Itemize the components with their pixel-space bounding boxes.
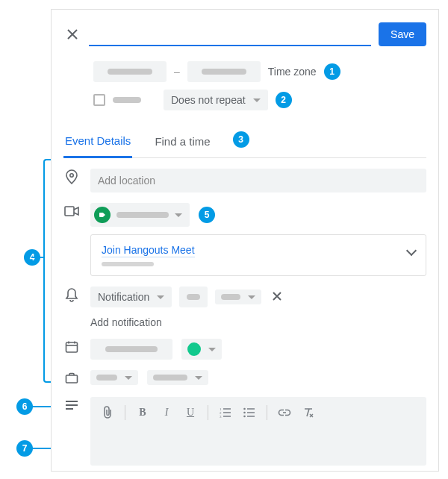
- italic-button[interactable]: I: [157, 403, 176, 422]
- allday-repeat-row: Does not repeat 2: [63, 90, 426, 110]
- conferencing-dropdown[interactable]: [90, 203, 190, 227]
- location-icon: [63, 169, 80, 185]
- toolbar-separator: [267, 405, 267, 420]
- date-row: – Time zone 1: [63, 61, 426, 82]
- chevron-down-icon: [253, 98, 261, 102]
- svg-point-8: [243, 412, 246, 414]
- calendar-icon: [63, 339, 80, 355]
- chevron-down-icon: [175, 213, 182, 217]
- notification-value-field[interactable]: [179, 287, 208, 307]
- end-date-field[interactable]: [187, 61, 261, 82]
- svg-point-0: [70, 174, 73, 177]
- tab-event-details[interactable]: Event Details: [63, 127, 132, 158]
- repeat-dropdown-label: Does not repeat: [171, 94, 246, 106]
- clear-formatting-button[interactable]: [299, 403, 318, 422]
- svg-rect-3: [66, 375, 78, 383]
- chevron-down-icon: [157, 295, 164, 299]
- event-title-input[interactable]: [89, 22, 371, 46]
- toolbar-separator: [125, 405, 125, 420]
- video-icon: [63, 203, 80, 219]
- description-toolbar: B I U 123: [90, 397, 426, 428]
- color-dropdown[interactable]: [181, 339, 222, 360]
- start-date-field[interactable]: [93, 61, 167, 82]
- chevron-down-icon: [195, 376, 202, 380]
- numbered-list-button[interactable]: 123: [216, 403, 235, 422]
- svg-rect-2: [66, 342, 78, 352]
- close-button[interactable]: [63, 25, 81, 43]
- description-icon: [63, 397, 80, 413]
- briefcase-icon: [63, 370, 80, 386]
- timezone-label[interactable]: Time zone: [268, 66, 317, 78]
- underline-button[interactable]: U: [181, 403, 200, 422]
- chevron-down-icon: [406, 245, 417, 256]
- bell-icon: [63, 287, 80, 303]
- insert-link-button[interactable]: [275, 403, 294, 422]
- add-notification-button[interactable]: Add notification: [90, 316, 426, 328]
- join-conference-link[interactable]: Join Hangouts Meet: [102, 244, 195, 257]
- event-edit-panel: Save – Time zone 1 Does not repeat 2 Eve…: [51, 9, 439, 472]
- location-input[interactable]: [90, 169, 426, 192]
- allday-label-placeholder: [113, 97, 141, 103]
- visibility-dropdown[interactable]: [147, 370, 208, 385]
- notification-type-dropdown[interactable]: Notification: [90, 287, 172, 307]
- callout-1: 1: [324, 63, 340, 80]
- event-color-swatch: [187, 342, 201, 356]
- join-conference-card[interactable]: Join Hangouts Meet: [90, 234, 426, 276]
- svg-rect-1: [65, 207, 74, 216]
- notification-unit-dropdown[interactable]: [215, 289, 261, 304]
- chevron-down-icon: [248, 295, 255, 299]
- chevron-down-icon: [125, 376, 132, 380]
- panel-header: Save: [63, 19, 426, 54]
- callout-2: 2: [276, 92, 292, 108]
- callout-4-bracket: [43, 159, 51, 383]
- chevron-down-icon: [208, 348, 216, 351]
- svg-text:3: 3: [220, 415, 222, 418]
- attach-file-button[interactable]: [98, 403, 117, 422]
- availability-dropdown[interactable]: [90, 370, 138, 385]
- toolbar-separator: [208, 405, 208, 420]
- allday-checkbox[interactable]: [93, 94, 105, 106]
- hangouts-meet-icon: [94, 207, 111, 223]
- repeat-dropdown[interactable]: Does not repeat: [164, 90, 268, 110]
- callout-5: 5: [199, 207, 215, 223]
- bold-button[interactable]: B: [133, 403, 152, 422]
- save-button[interactable]: Save: [379, 22, 426, 46]
- remove-notification-button[interactable]: [269, 289, 285, 305]
- description-field[interactable]: B I U 123: [90, 397, 426, 466]
- tabs: Event Details Find a time 3: [63, 127, 426, 158]
- calendar-dropdown[interactable]: [90, 339, 172, 360]
- callout-3: 3: [233, 131, 249, 148]
- event-details-section: 5 Join Hangouts Meet: [63, 169, 426, 466]
- tab-find-a-time[interactable]: Find a time: [153, 128, 211, 157]
- notification-type-label: Notification: [98, 291, 149, 303]
- callout-6: 6: [16, 398, 33, 415]
- svg-point-7: [243, 408, 246, 410]
- callout-4-connector: [32, 257, 43, 258]
- bulleted-list-button[interactable]: [240, 403, 259, 422]
- svg-point-9: [243, 416, 246, 418]
- callout-7: 7: [16, 440, 33, 457]
- date-separator: –: [174, 66, 180, 78]
